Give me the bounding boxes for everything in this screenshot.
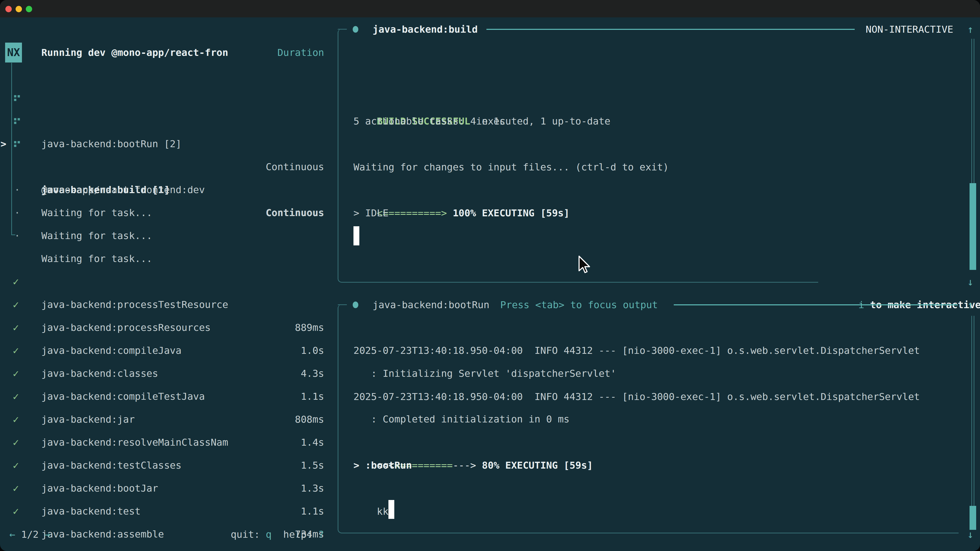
help-key: ? bbox=[318, 529, 324, 540]
task-row-done[interactable]: ✓ java-backend:classes 1.1s bbox=[0, 316, 324, 339]
nx-logo: NX bbox=[5, 43, 22, 62]
spinner-icon bbox=[14, 118, 16, 121]
task-row-done[interactable]: ✓ java-backend:jar 1.4s bbox=[0, 362, 324, 385]
task-name: Waiting for task... bbox=[41, 224, 152, 247]
build-waiting-line: Waiting for changes to input files... (c… bbox=[353, 156, 669, 179]
minimize-button[interactable] bbox=[16, 6, 22, 12]
bootrun-panel-status-dot-icon bbox=[353, 302, 358, 308]
pagination: ← 1/2 → bbox=[10, 523, 50, 546]
bootrun-panel-header-rule bbox=[674, 304, 958, 305]
build-panel-scrollbar-track[interactable] bbox=[971, 39, 974, 183]
build-panel-scroll-down-icon[interactable]: ↓ bbox=[967, 270, 974, 293]
progress-close: > bbox=[441, 207, 447, 219]
task-row-done[interactable]: ✓ java-backend:processTestResource 889ms bbox=[0, 247, 324, 270]
spinner-icon bbox=[14, 95, 16, 97]
progress-label: 100% EXECUTING [59s] bbox=[447, 207, 570, 219]
task-row-running-selected[interactable]: > java-backend:build [1] Continuous bbox=[0, 110, 324, 132]
build-summary-line: 5 actionable tasks: 4 executed, 1 up-to-… bbox=[353, 110, 611, 133]
mouse-cursor bbox=[578, 255, 591, 275]
bootrun-terminal-cursor bbox=[388, 500, 394, 519]
progress-label: 80% EXECUTING [59s] bbox=[476, 460, 593, 471]
task-row-running[interactable]: java-backend:bootRun [2] Continuous bbox=[0, 86, 324, 110]
build-idle-line: > IDLE bbox=[353, 202, 388, 224]
bootrun-panel-scrollbar-thumb[interactable] bbox=[969, 506, 976, 530]
task-row-done[interactable]: ✓ java-backend:bootJar 1.1s bbox=[0, 431, 324, 454]
build-terminal-cursor bbox=[353, 226, 360, 245]
task-row-done[interactable]: ✓ java-backend:compileTestJava 808ms bbox=[0, 339, 324, 362]
progress-bar: ========== bbox=[383, 207, 441, 219]
check-icon: ✓ bbox=[13, 500, 19, 523]
bootrun-input-line[interactable]: kk bbox=[353, 477, 394, 500]
build-panel-header-rule bbox=[487, 29, 855, 30]
build-panel-scrollbar-thumb[interactable] bbox=[969, 183, 976, 270]
build-panel-border-stub bbox=[338, 29, 347, 30]
quit-key: q bbox=[266, 529, 272, 540]
spinner-icon bbox=[14, 141, 16, 143]
log-line: : Completed initialization in 0 ms bbox=[353, 408, 570, 430]
waiting-dot-icon: · bbox=[14, 224, 20, 247]
task-row-done[interactable]: ✓ java-backend:testClasses 1.3s bbox=[0, 408, 324, 431]
task-row-waiting: · Waiting for task... bbox=[0, 201, 324, 224]
build-progress-line: <==========> 100% EXECUTING [59s] bbox=[353, 179, 570, 202]
close-button[interactable] bbox=[5, 6, 12, 12]
window-titlebar[interactable] bbox=[0, 0, 980, 17]
bootrun-progress-line: <<<==========---> 80% EXECUTING [59s] bbox=[353, 431, 593, 454]
progress-dashes: ---> bbox=[453, 460, 476, 471]
task-row-waiting: · Waiting for task... bbox=[0, 178, 324, 201]
task-duration: 774ms bbox=[295, 546, 324, 551]
task-row-running[interactable]: @mono-app/react-frontend:dev Continuous bbox=[0, 132, 324, 156]
task-name: java-backend:test bbox=[41, 500, 141, 523]
task-row-waiting: · Waiting for task... bbox=[0, 156, 324, 178]
terminal-window: NX Running dev @mono-app/react-fron Dura… bbox=[0, 0, 980, 551]
pagination-next-icon[interactable]: → bbox=[45, 529, 50, 540]
bootrun-panel-scrollbar-track[interactable] bbox=[971, 316, 974, 506]
log-line: 2025-07-23T13:40:18.950-04:00 INFO 44312… bbox=[353, 385, 920, 408]
pagination-prev-icon[interactable]: ← bbox=[10, 529, 15, 540]
bootrun-panel-border-stub bbox=[338, 304, 347, 305]
page-title: Running dev @mono-app/react-fron bbox=[41, 41, 228, 64]
task-row-done[interactable]: ✓ java-backend:test 734ms bbox=[0, 454, 324, 477]
task-row-done[interactable]: ✓ java-backend:compileJava 4.3s bbox=[0, 293, 324, 316]
bootrun-task-line: > :bootRun bbox=[353, 454, 412, 477]
log-line: : Initializing Servlet 'dispatcherServle… bbox=[353, 362, 616, 385]
build-panel-title[interactable]: java-backend:build bbox=[372, 18, 478, 41]
bootrun-focus-hint: Press <tab> to focus output bbox=[500, 293, 658, 316]
task-row-done[interactable]: ✓ java-backend:processResources 1.0s bbox=[0, 270, 324, 293]
task-duration: 1.1s bbox=[301, 500, 324, 523]
zoom-button[interactable] bbox=[26, 6, 32, 12]
build-panel-footer: i to make interactive bbox=[835, 270, 980, 293]
help-bar: quit: q help: ? bbox=[231, 523, 324, 546]
bootrun-panel-scroll-up-icon[interactable]: ↑ bbox=[967, 293, 974, 316]
build-panel-mode-badge: NON-INTERACTIVE bbox=[865, 18, 953, 41]
log-line: 2025-07-23T13:40:18.950-04:00 INFO 44312… bbox=[353, 339, 920, 362]
task-row-done[interactable]: ✓ java-backend:resolveMainClassNam 1.5s bbox=[0, 385, 324, 408]
task-row-done[interactable]: ✓ java-backend:assemble 774ms bbox=[0, 477, 324, 500]
bootrun-panel-title[interactable]: java-backend:bootRun bbox=[372, 293, 490, 316]
input-text: kk bbox=[377, 506, 389, 517]
page-indicator: 1/2 bbox=[15, 529, 45, 540]
build-panel-scroll-up-icon[interactable]: ↑ bbox=[967, 18, 974, 41]
duration-column-header: Duration bbox=[277, 41, 324, 64]
quit-label: quit: bbox=[231, 529, 266, 540]
build-panel-status-dot-icon bbox=[353, 26, 358, 33]
help-label: help: bbox=[272, 529, 318, 540]
